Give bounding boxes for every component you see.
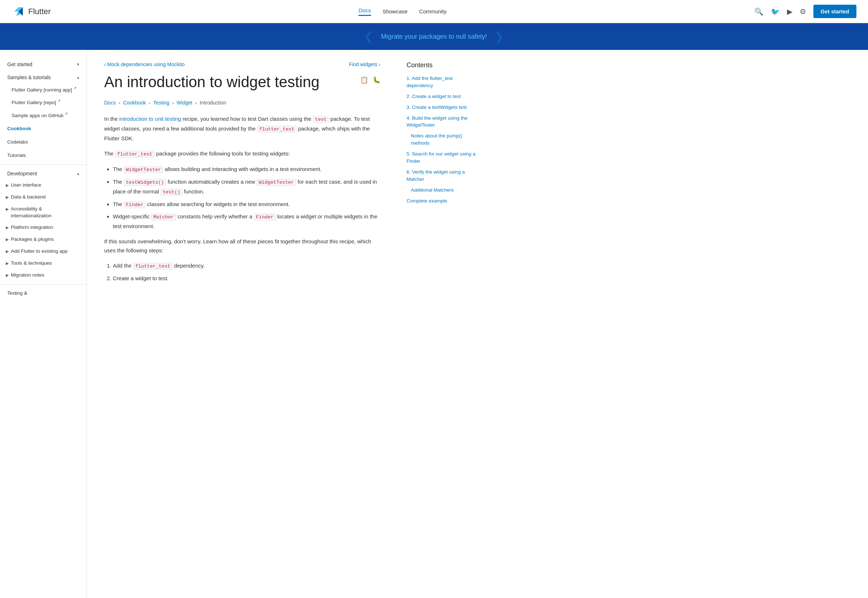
sidebar-item-platform-integration[interactable]: ▶ Platform integration bbox=[0, 222, 87, 233]
sidebar-item-accessibility[interactable]: ▶ Accessibility & internationalization bbox=[0, 203, 87, 222]
breadcrumb-current: Introduction bbox=[200, 100, 226, 106]
header-brand-area: Flutter bbox=[12, 5, 51, 18]
list-item: Create a widget to test. bbox=[113, 274, 380, 283]
nav-showcase[interactable]: Showcase bbox=[383, 8, 408, 15]
finder-code: Finder bbox=[124, 201, 146, 208]
title-area: 📋 🐛 An introduction to widget testing bbox=[104, 73, 380, 91]
finder-code-2: Finder bbox=[254, 214, 276, 221]
nav-community[interactable]: Community bbox=[419, 8, 447, 15]
breadcrumb-sep-1: › bbox=[119, 100, 120, 106]
sidebar-section-testing: Testing & bbox=[0, 287, 87, 299]
prev-page-link[interactable]: ‹ Mock dependencies using Mockito bbox=[104, 61, 185, 67]
next-page-link[interactable]: Find widgets › bbox=[349, 61, 380, 67]
banner-arrow-right: ❯ bbox=[494, 30, 504, 43]
contents-link-1[interactable]: 1. Add the flutter_test dependency bbox=[407, 76, 453, 88]
sidebar-item-flutter-gallery-repo[interactable]: Flutter Gallery [repo] ↗ bbox=[0, 96, 87, 108]
list-item: The WidgetTester allows building and int… bbox=[113, 164, 380, 174]
breadcrumb-sep-2: › bbox=[149, 100, 150, 106]
arrow-icon: ▶ bbox=[6, 237, 9, 242]
null-safety-banner[interactable]: ❮ Migrate your packages to null safety! … bbox=[0, 23, 868, 50]
contents-item-4: 4. Build the widget using the WidgetTest… bbox=[407, 115, 476, 129]
youtube-icon[interactable]: ▶ bbox=[787, 7, 792, 16]
steps-intro: If this sounds overwhelming, don't worry… bbox=[104, 237, 380, 255]
contents-item-3: 3. Create a testWidgets test bbox=[407, 104, 476, 111]
contents-sidebar: Contents 1. Add the flutter_test depende… bbox=[398, 50, 485, 220]
page-content: In the introduction to unit testing reci… bbox=[104, 114, 380, 283]
breadcrumb-testing[interactable]: Testing bbox=[153, 100, 169, 106]
get-started-button[interactable]: Get started bbox=[813, 5, 856, 18]
sidebar-item-codelabs[interactable]: Codelabs bbox=[0, 136, 87, 148]
breadcrumb-docs[interactable]: Docs bbox=[104, 100, 116, 106]
list-item: Add the flutter_test dependency. bbox=[113, 261, 380, 271]
nav-docs[interactable]: Docs bbox=[358, 7, 371, 16]
main-content: ‹ Mock dependencies using Mockito Find w… bbox=[87, 50, 398, 598]
sidebar-samples-title[interactable]: Samples & tutorials ▴ bbox=[0, 72, 87, 83]
contents-link-4[interactable]: 4. Build the widget using the WidgetTest… bbox=[407, 115, 468, 128]
contents-title: Contents bbox=[407, 61, 476, 69]
contents-item-6: 6. Verify the widget using a Matcher bbox=[407, 169, 476, 183]
contents-link-complete[interactable]: Complete example bbox=[407, 198, 447, 203]
sidebar-item-user-interface[interactable]: ▶ User interface bbox=[0, 179, 87, 191]
page-navigation: ‹ Mock dependencies using Mockito Find w… bbox=[104, 61, 380, 67]
arrow-icon: ▶ bbox=[6, 273, 9, 278]
twitter-icon[interactable]: 🐦 bbox=[771, 7, 780, 16]
unit-testing-link[interactable]: introduction to unit testing bbox=[119, 116, 181, 122]
sidebar-section-samples: Samples & tutorials ▴ Flutter Gallery [r… bbox=[0, 72, 87, 121]
sidebar-development-title[interactable]: Development ▴ bbox=[0, 168, 87, 179]
brand-name: Flutter bbox=[28, 7, 51, 16]
sidebar-item-data-backend[interactable]: ▶ Data & backend bbox=[0, 191, 87, 203]
intro-paragraph: In the introduction to unit testing reci… bbox=[104, 114, 380, 143]
contents-link-6[interactable]: 6. Verify the widget using a Matcher bbox=[407, 169, 465, 182]
breadcrumb-cookbook[interactable]: Cookbook bbox=[123, 100, 146, 106]
list-item: Widget-specific Matcher constants help v… bbox=[113, 212, 380, 231]
copy-icon[interactable]: 📋 bbox=[360, 76, 368, 84]
contents-link-3[interactable]: 3. Create a testWidgets test bbox=[407, 105, 467, 110]
sidebar-section-codelabs: Codelabs bbox=[0, 136, 87, 148]
header-icons: 🔍 🐦 ▶ ⚙ Get started bbox=[754, 5, 856, 18]
github-icon[interactable]: ⚙ bbox=[800, 7, 806, 16]
matcher-code: Matcher bbox=[151, 214, 176, 221]
sidebar-item-testing[interactable]: Testing & bbox=[0, 287, 87, 299]
breadcrumb: Docs › Cookbook › Testing › Widget › Int… bbox=[104, 100, 380, 106]
test-widgets-code: testWidgets() bbox=[124, 179, 166, 186]
arrow-icon: ▶ bbox=[6, 182, 9, 188]
contents-item-complete: Complete example bbox=[407, 197, 476, 205]
sidebar-item-tools-techniques[interactable]: ▶ Tools & techniques bbox=[0, 257, 87, 269]
banner-text: Migrate your packages to null safety! bbox=[381, 33, 487, 40]
sidebar-item-tutorials[interactable]: Tutorials bbox=[0, 150, 87, 161]
list-item: The testWidgets() function automatically… bbox=[113, 177, 380, 197]
chevron-down-icon: ▾ bbox=[77, 62, 79, 67]
sidebar-item-migration-notes[interactable]: ▶ Migration notes bbox=[0, 269, 87, 281]
test-code: test bbox=[313, 116, 329, 123]
contents-link-2[interactable]: 2. Create a widget to test bbox=[407, 94, 461, 99]
contents-item-4-sub: Notes about the pump() methods bbox=[407, 132, 476, 147]
chevron-up-icon: ▴ bbox=[77, 75, 79, 80]
list-item: The Finder classes allow searching for w… bbox=[113, 200, 380, 209]
chevron-up-icon-dev: ▴ bbox=[77, 171, 79, 176]
test-fn-code: test() bbox=[160, 189, 183, 196]
search-icon[interactable]: 🔍 bbox=[754, 7, 763, 16]
tools-list: The WidgetTester allows building and int… bbox=[113, 164, 380, 231]
sidebar-item-sample-apps[interactable]: Sample apps on GitHub ↗ bbox=[0, 109, 87, 121]
contents-link-5[interactable]: 5. Search for our widget using a Finder bbox=[407, 151, 476, 164]
sidebar-section-tutorials: Tutorials bbox=[0, 150, 87, 161]
arrow-icon: ▶ bbox=[6, 261, 9, 266]
sidebar-item-packages-plugins[interactable]: ▶ Packages & plugins bbox=[0, 233, 87, 245]
tools-paragraph: The flutter_test package provides the fo… bbox=[104, 149, 380, 159]
header-nav: Docs Showcase Community bbox=[358, 7, 446, 16]
sidebar-item-flutter-gallery-running[interactable]: Flutter Gallery [running app] ↗ bbox=[0, 83, 87, 96]
sidebar-item-cookbook[interactable]: Cookbook bbox=[0, 123, 87, 135]
sidebar-section-development: Development ▴ ▶ User interface ▶ Data & … bbox=[0, 168, 87, 281]
bug-icon[interactable]: 🐛 bbox=[373, 76, 380, 84]
flutter-test-code: flutter_test bbox=[257, 126, 296, 133]
contents-item-5: 5. Search for our widget using a Finder bbox=[407, 150, 476, 165]
sidebar-get-started[interactable]: Get started ▾ bbox=[0, 58, 87, 70]
breadcrumb-widget[interactable]: Widget bbox=[177, 100, 192, 106]
header: Flutter Docs Showcase Community 🔍 🐦 ▶ ⚙ … bbox=[0, 0, 868, 23]
contents-link-4-sub[interactable]: Notes about the pump() methods bbox=[411, 133, 462, 146]
contents-link-6-sub[interactable]: Additional Matchers bbox=[411, 187, 454, 193]
sidebar-section-get-started: Get started ▾ bbox=[0, 58, 87, 70]
sidebar-item-add-flutter[interactable]: ▶ Add Flutter to existing app bbox=[0, 245, 87, 257]
flutter-logo-icon bbox=[12, 5, 25, 18]
left-sidebar: Get started ▾ Samples & tutorials ▴ Flut… bbox=[0, 50, 87, 598]
